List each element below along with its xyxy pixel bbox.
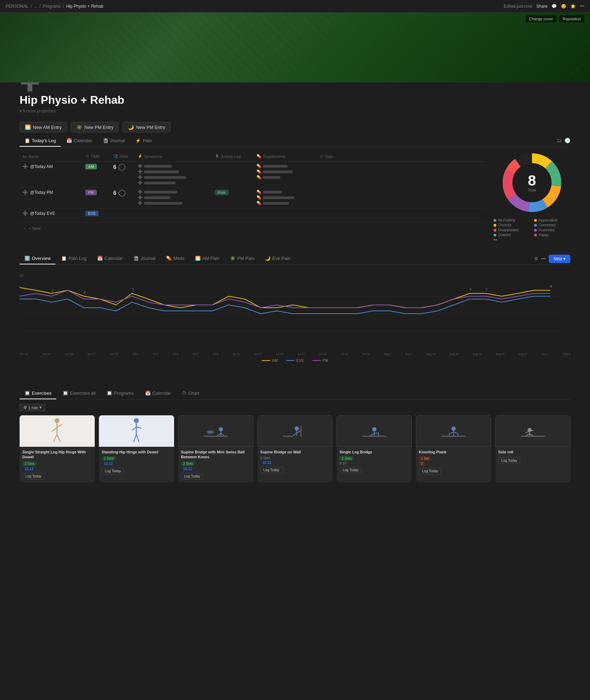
row-am-activity	[212, 162, 254, 187]
emoji-icon[interactable]: 😊	[561, 4, 566, 9]
legend-am: AM	[262, 358, 278, 363]
log-today-button-3[interactable]: Log Today	[181, 473, 203, 480]
log-today-button-6[interactable]: Log Today	[419, 468, 441, 474]
new-entry-button[interactable]: New ▾	[549, 255, 570, 263]
reposition-button[interactable]: Reposition	[559, 15, 584, 22]
overview-tab-meds[interactable]: 💊 Meds	[161, 253, 189, 264]
filter-icon[interactable]: ⚙	[534, 256, 538, 261]
log-today-button-7[interactable]: Log Today	[498, 457, 520, 464]
exercise-thumb-3	[178, 415, 253, 447]
exercises-tab-chart[interactable]: ⏱ Chart	[177, 388, 204, 399]
row-pm-name[interactable]: ➕ @Today PM	[20, 188, 82, 208]
overview-tab-journal[interactable]: 📓 Journal	[128, 253, 160, 264]
row-eve-name[interactable]: ➕ @Today EVE	[20, 209, 82, 222]
breadcrumb-current: Hip Physio + Rehab	[66, 4, 103, 9]
new-pm-entry-button-star[interactable]: ✳️ New PM Entry	[71, 122, 118, 132]
row-pm-icon: ➕	[22, 190, 28, 195]
svg-text:6: 6	[84, 291, 86, 294]
filter-button[interactable]: ⚙ 1 rule ▾	[20, 404, 45, 411]
exercises-tabs: 🔲 Exercises 🔲 Exercises all 🔲 Programs 📅…	[20, 388, 570, 400]
exercise-name-3: Supine Bridge with Mini Swiss Ball Betwe…	[181, 450, 251, 460]
new-am-entry-button[interactable]: 🌅 New AM Entry	[20, 122, 67, 132]
overview-tab-overview[interactable]: ℹ️ Overview	[20, 253, 56, 264]
sets-tag-2: 2 Sets	[102, 456, 116, 461]
reps-tag-1: 10-12	[22, 467, 36, 471]
log-today-button-4[interactable]: Log Today	[260, 467, 283, 473]
clock-icon-button[interactable]: 🕐	[564, 138, 570, 143]
table-icon-button[interactable]: 🗂	[557, 138, 562, 143]
exercises-tab-all[interactable]: 🔲 Exercises all	[58, 388, 100, 399]
col-supplements: 💊 Supplements	[254, 153, 317, 160]
breadcrumb-programs[interactable]: Programs	[43, 4, 61, 9]
add-row-button[interactable]: ＋ + New	[20, 223, 485, 234]
breadcrumb-personal[interactable]: PERSONAL	[6, 4, 28, 9]
overview-tab-calendar[interactable]: 📅 Calendar	[92, 253, 128, 264]
row-pm-tags	[317, 188, 359, 208]
tab-journal[interactable]: 📓 Journal	[98, 135, 130, 147]
sets-tag-5: 2 Sets	[339, 456, 353, 461]
svg-line-28	[52, 428, 57, 432]
legend-disappointed: Disappointed	[494, 228, 530, 232]
new-pm-entry-button-moon[interactable]: 🌙 New PM Entry	[123, 122, 170, 132]
tab-todays-log[interactable]: 📋 Today's Log	[20, 135, 61, 147]
col-tags: 🏷 Tags	[317, 153, 359, 160]
share-button[interactable]: Share	[536, 4, 547, 9]
row-pm-pain: 6	[110, 188, 135, 208]
exercise-body-7: Side roll Log Today	[495, 447, 570, 467]
svg-line-30	[53, 435, 57, 442]
overview-tab-am-pain[interactable]: 🌅 AM Pain	[190, 253, 224, 264]
row-pm-symptoms: ➕ ➕ ➕	[135, 188, 212, 208]
activity-walk: Walk	[215, 190, 229, 195]
comment-icon[interactable]: 💬	[552, 4, 557, 9]
legend-eve: EVE	[286, 358, 304, 363]
chart-area: 12 9 6 3 0	[20, 270, 570, 377]
exercise-name-1: Single Straight Leg Hip Hinge With Dowel	[22, 450, 92, 460]
edited-status: Edited just now	[504, 4, 532, 9]
col-time: ⏱ TIME	[82, 153, 110, 160]
row-eve-title: @Today EVE	[30, 211, 55, 216]
row-am-supplements: 💊 💊 💊	[254, 162, 317, 187]
exercises-tab-calendar[interactable]: 📅 Calendar	[140, 388, 176, 399]
table-row: ➕ @Today PM PM 6 ➕	[20, 188, 485, 209]
svg-line-59	[449, 432, 454, 433]
exercises-tab-exercises[interactable]: 🔲 Exercises	[20, 388, 56, 399]
pm-pain-num: 6	[113, 190, 116, 196]
table-row: ➕ @Today EVE EVE	[20, 209, 485, 223]
overview-tab-pain-log[interactable]: 📋 Pain Log	[56, 253, 91, 264]
row-eve-time: EVE	[82, 209, 110, 222]
svg-text:7: 7	[52, 289, 53, 293]
more-properties[interactable]: ▾ 6 more properties	[20, 109, 570, 114]
svg-text:7: 7	[486, 288, 488, 291]
breadcrumb-ellipsis[interactable]: ...	[34, 4, 37, 9]
exercise-card-7: Side roll Log Today	[495, 415, 570, 482]
exercise-name-7: Side roll	[498, 450, 568, 454]
svg-text:8: 8	[550, 285, 552, 288]
svg-line-34	[132, 427, 136, 430]
log-today-button-1[interactable]: Log Today	[22, 473, 45, 480]
page-content: ➕ Hip Physio + Rehab ▾ 6 more properties…	[0, 74, 590, 496]
svg-line-43	[221, 433, 224, 436]
exercises-tab-programs[interactable]: 🔲 Programs	[102, 388, 138, 399]
svg-line-53	[370, 433, 374, 436]
change-cover-button[interactable]: Change cover	[526, 15, 557, 22]
log-today-button-2[interactable]: Log Today	[102, 468, 124, 474]
exercise-thumb-2	[99, 415, 174, 447]
svg-line-66	[526, 434, 530, 436]
more-options-icon[interactable]: •••	[541, 256, 546, 261]
table-header: Aa Name ⏱ TIME 🩺 PAIN ⚡ Symptoms 🏃 A	[20, 151, 485, 162]
log-today-button-5[interactable]: Log Today	[339, 467, 362, 473]
star-icon[interactable]: ⭐	[570, 4, 576, 9]
exercise-card-3: Supine Bridge with Mini Swiss Ball Betwe…	[178, 415, 253, 482]
exercise-name-2: Standing Hip Hinge with Dowel	[102, 450, 171, 454]
overview-tab-eve-pain[interactable]: 🌙 Eve Pain	[260, 253, 295, 264]
action-buttons: 🌅 New AM Entry ✳️ New PM Entry 🌙 New PM …	[20, 122, 570, 132]
row-am-name[interactable]: ➕ @Today AM	[20, 162, 82, 187]
tab-pain[interactable]: ⚡ Pain	[130, 135, 157, 147]
new-am-label: New AM Entry	[33, 125, 62, 130]
am-icon: 🌅	[25, 124, 31, 130]
exercise-name-4: Supine Bridge on Wall	[260, 450, 330, 454]
tab-calendar[interactable]: 📅 Calendar	[62, 135, 97, 147]
more-icon[interactable]: •••	[580, 4, 584, 9]
exercise-body-6: Kneeling Plank 1 Set 3 Log Today	[416, 447, 491, 477]
overview-tab-pm-pain[interactable]: ✳️ PM Pain	[225, 253, 259, 264]
